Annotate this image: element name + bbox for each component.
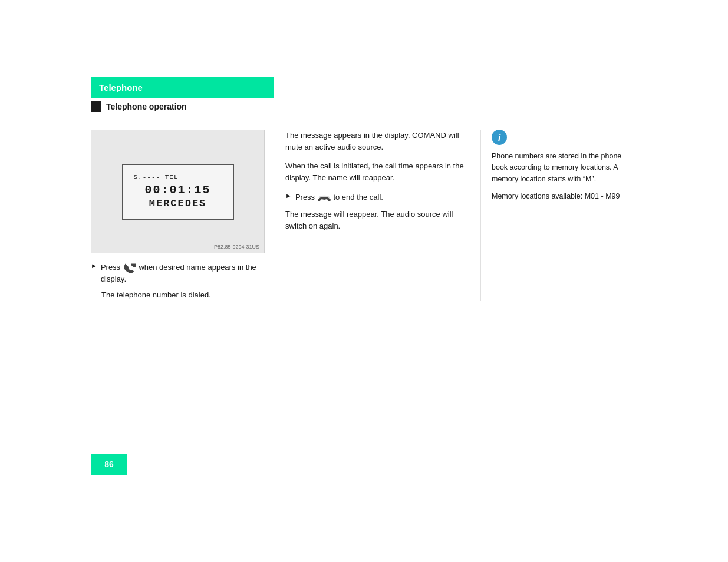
image-caption: P82.85-9294-31US bbox=[214, 244, 259, 250]
left-bullet-text: Press when desired name appears in the d… bbox=[101, 262, 274, 285]
page-number-text: 86 bbox=[104, 459, 114, 469]
info-icon: i bbox=[492, 130, 507, 145]
middle-para1: The message appears in the display. COMA… bbox=[285, 130, 468, 153]
section-title-text: Telephone bbox=[99, 82, 143, 92]
subsection-square-icon bbox=[91, 101, 101, 112]
middle-bullet-prefix: Press bbox=[295, 193, 315, 201]
dial-note: The telephone number is dialed. bbox=[101, 289, 274, 301]
middle-bullet-suffix: to end the call. bbox=[333, 193, 383, 201]
middle-bullet-item: ► Press to end the call. bbox=[285, 191, 468, 203]
subsection-title: Telephone operation bbox=[91, 101, 187, 112]
subsection-title-text: Telephone operation bbox=[106, 102, 187, 111]
screen-line1: S.---- TEL bbox=[134, 174, 179, 181]
section-title-bar: Telephone bbox=[91, 77, 274, 98]
screen-line3: MERCEDES bbox=[149, 198, 207, 209]
middle-para2: When the call is initiated, the call tim… bbox=[285, 160, 468, 184]
phone-green-icon bbox=[123, 263, 137, 273]
info-para2: Memory locations available: M01 - M99 bbox=[492, 191, 633, 202]
right-column: i Phone numbers are stored in the phone … bbox=[480, 130, 633, 301]
bullet-arrow-icon: ► bbox=[91, 262, 97, 269]
middle-bullet-text: Press to end the call. bbox=[295, 191, 383, 203]
device-image: S.---- TEL 00:01:15 MERCEDES P82.85-9294… bbox=[91, 130, 265, 253]
page-number-box: 86 bbox=[91, 454, 127, 475]
left-bullet-item: ► Press when desired name appears in the… bbox=[91, 262, 274, 285]
middle-bullet-arrow-icon: ► bbox=[285, 192, 292, 199]
middle-para3: The message will reappear. The audio sou… bbox=[285, 209, 468, 232]
svg-rect-2 bbox=[328, 199, 330, 201]
page-container: Telephone Telephone operation S.---- TEL… bbox=[0, 0, 728, 562]
screen-line2: 00:01:15 bbox=[144, 183, 210, 197]
device-screen: S.---- TEL 00:01:15 MERCEDES bbox=[122, 164, 234, 220]
left-column: S.---- TEL 00:01:15 MERCEDES P82.85-9294… bbox=[91, 130, 274, 301]
main-content: S.---- TEL 00:01:15 MERCEDES P82.85-9294… bbox=[91, 130, 633, 301]
left-bullet-prefix: Press bbox=[101, 263, 120, 272]
info-para1: Phone numbers are stored in the phone bo… bbox=[492, 151, 633, 185]
phone-end-icon bbox=[317, 192, 331, 203]
middle-column: The message appears in the display. COMA… bbox=[285, 130, 468, 301]
svg-rect-1 bbox=[318, 199, 320, 201]
